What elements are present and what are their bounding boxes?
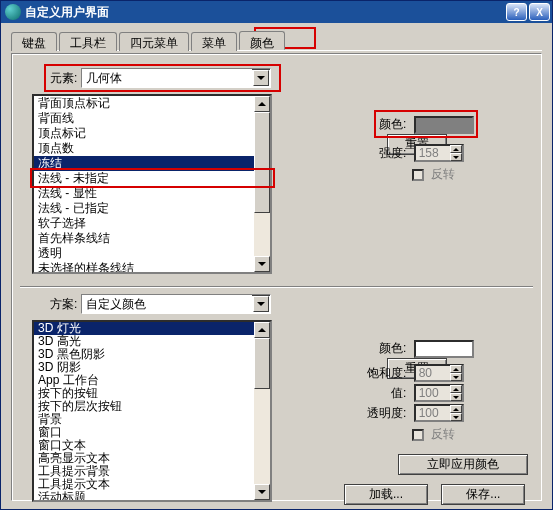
titlebar: 自定义用户界面 ? X bbox=[1, 1, 552, 23]
scrollbar[interactable] bbox=[254, 96, 270, 272]
spinner-down-icon[interactable] bbox=[450, 393, 462, 401]
val-label: 值: bbox=[391, 386, 406, 400]
strength-row: 强度: 158 bbox=[379, 144, 464, 162]
list-item[interactable]: 法线 - 已指定 bbox=[34, 201, 270, 216]
val-value: 100 bbox=[416, 386, 450, 400]
val-row: 值: 100 bbox=[391, 384, 464, 402]
scroll-down-icon[interactable] bbox=[254, 484, 270, 500]
invert-label: 反转 bbox=[431, 427, 455, 441]
tab-quads[interactable]: 四元菜单 bbox=[119, 32, 189, 51]
invert-row: 反转 bbox=[412, 166, 455, 183]
load-button[interactable]: 加载... bbox=[344, 484, 428, 505]
scheme-list[interactable]: 3D 灯光 3D 高光 3D 黑色阴影 3D 阴影 App 工作台 按下的按钮 … bbox=[32, 320, 272, 502]
scroll-thumb[interactable] bbox=[254, 112, 270, 213]
list-item[interactable]: 透明 bbox=[34, 246, 270, 261]
invert-checkbox[interactable] bbox=[412, 429, 424, 441]
close-button[interactable]: X bbox=[529, 3, 550, 21]
highlight-color bbox=[374, 110, 478, 138]
list-item[interactable]: 软子选择 bbox=[34, 216, 270, 231]
alpha-value: 100 bbox=[416, 406, 450, 420]
strength-label: 强度: bbox=[379, 146, 406, 160]
spinner-down-icon[interactable] bbox=[450, 373, 462, 381]
invert-row-2: 反转 bbox=[412, 426, 455, 443]
list-item[interactable]: 未选择的样条线结 bbox=[34, 261, 270, 274]
sat-row: 饱和度: 80 bbox=[367, 364, 464, 382]
list-item[interactable]: 顶点标记 bbox=[34, 126, 270, 141]
alpha-row: 透明度: 100 bbox=[367, 404, 464, 422]
scroll-track[interactable] bbox=[254, 338, 270, 484]
spinner-up-icon[interactable] bbox=[450, 385, 462, 393]
help-icon: ? bbox=[513, 7, 519, 18]
alpha-label: 透明度: bbox=[367, 406, 406, 420]
scroll-up-icon[interactable] bbox=[254, 322, 270, 338]
list-item[interactable]: 冻结 bbox=[34, 156, 270, 171]
save-button[interactable]: 保存... bbox=[441, 484, 525, 505]
window-title: 自定义用户界面 bbox=[25, 4, 504, 21]
sat-label: 饱和度: bbox=[367, 366, 406, 380]
val-spinner[interactable]: 100 bbox=[414, 384, 464, 402]
invert-label: 反转 bbox=[431, 167, 455, 181]
color-label: 颜色: bbox=[379, 341, 406, 355]
scroll-thumb[interactable] bbox=[254, 338, 270, 389]
tab-content: 元素: 几何体 背面顶点标记 背面线 顶点标记 顶点数 冻结 法线 - 未指定 … bbox=[11, 53, 542, 501]
invert-checkbox[interactable] bbox=[412, 169, 424, 181]
spinner-down-icon[interactable] bbox=[450, 153, 462, 161]
spinner-up-icon[interactable] bbox=[450, 405, 462, 413]
list-item[interactable]: 顶点数 bbox=[34, 141, 270, 156]
app-icon bbox=[5, 4, 21, 20]
list-item[interactable]: 背面线 bbox=[34, 111, 270, 126]
sat-value: 80 bbox=[416, 366, 450, 380]
alpha-spinner[interactable]: 100 bbox=[414, 404, 464, 422]
divider bbox=[20, 286, 533, 288]
element-list[interactable]: 背面顶点标记 背面线 顶点标记 顶点数 冻结 法线 - 未指定 法线 - 显性 … bbox=[32, 94, 272, 274]
apply-now-button[interactable]: 立即应用颜色 bbox=[398, 454, 528, 475]
spinner-down-icon[interactable] bbox=[450, 413, 462, 421]
highlight-element bbox=[44, 64, 281, 92]
strength-spinner[interactable]: 158 bbox=[414, 144, 464, 162]
scrollbar[interactable] bbox=[254, 322, 270, 500]
close-icon: X bbox=[536, 7, 543, 18]
list-item[interactable]: 法线 - 显性 bbox=[34, 186, 270, 201]
spinner-up-icon[interactable] bbox=[450, 145, 462, 153]
scheme-row: 方案: 自定义颜色 bbox=[50, 294, 271, 314]
scroll-track[interactable] bbox=[254, 112, 270, 256]
strength-value: 158 bbox=[416, 146, 450, 160]
tabstrip: 键盘 工具栏 四元菜单 菜单 颜色 bbox=[11, 31, 542, 51]
scheme-combo[interactable]: 自定义颜色 bbox=[81, 294, 271, 314]
spinner-up-icon[interactable] bbox=[450, 365, 462, 373]
list-item[interactable]: 背面顶点标记 bbox=[34, 96, 270, 111]
client-area: 键盘 工具栏 四元菜单 菜单 颜色 元素: 几何体 背面顶点标记 背面线 顶点标… bbox=[1, 23, 552, 509]
sat-spinner[interactable]: 80 bbox=[414, 364, 464, 382]
scroll-up-icon[interactable] bbox=[254, 96, 270, 112]
chevron-down-icon[interactable] bbox=[253, 296, 269, 312]
list-item[interactable]: 背景 bbox=[34, 413, 270, 426]
tab-keyboard[interactable]: 键盘 bbox=[11, 32, 57, 51]
scheme-label: 方案: bbox=[50, 296, 77, 313]
list-item[interactable]: 法线 - 未指定 bbox=[34, 171, 270, 186]
list-item[interactable]: 活动标题 bbox=[34, 491, 270, 502]
list-item[interactable]: 首先样条线结 bbox=[34, 231, 270, 246]
list-item[interactable]: 按下的层次按钮 bbox=[34, 400, 270, 413]
color-swatch[interactable] bbox=[414, 340, 474, 358]
tab-menus[interactable]: 菜单 bbox=[191, 32, 237, 51]
scroll-down-icon[interactable] bbox=[254, 256, 270, 272]
help-button[interactable]: ? bbox=[506, 3, 527, 21]
window: 自定义用户界面 ? X 键盘 工具栏 四元菜单 菜单 颜色 元素: 几何体 背面… bbox=[0, 0, 553, 510]
tab-colors[interactable]: 颜色 bbox=[239, 31, 285, 50]
tab-toolbars[interactable]: 工具栏 bbox=[59, 32, 117, 51]
scheme-combo-value: 自定义颜色 bbox=[82, 295, 252, 313]
